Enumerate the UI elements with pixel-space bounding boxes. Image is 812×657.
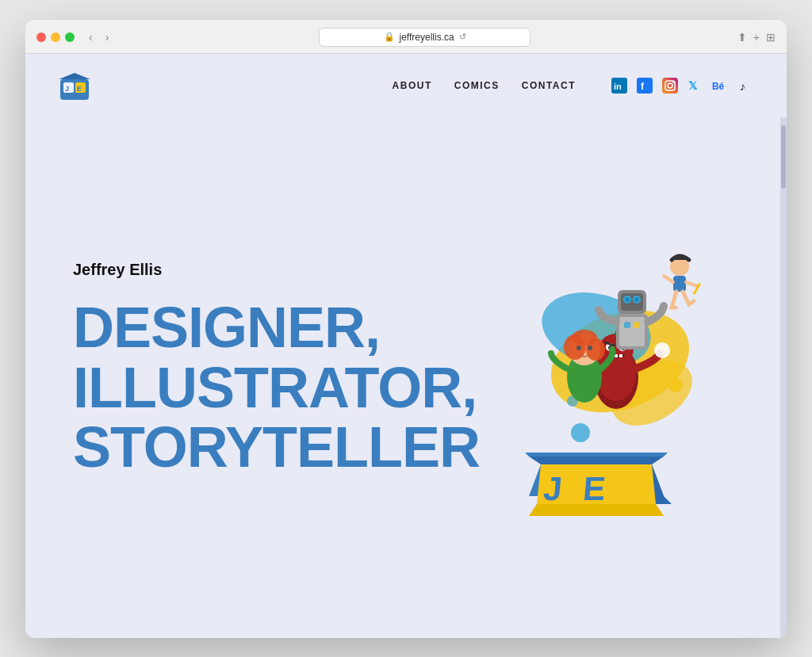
svg-point-20 — [668, 378, 683, 392]
back-button[interactable]: ‹ — [86, 29, 96, 45]
scrollbar-thumb[interactable] — [781, 125, 786, 189]
svg-text:Bé: Bé — [712, 80, 725, 91]
hero-section: Jeffrey Ellis DESIGNER, ILLUSTRATOR, STO… — [25, 117, 787, 638]
browser-chrome: ‹ › 🔒 jeffreyellis.ca ↺ ⬆ + ⊞ — [25, 20, 787, 54]
tiktok-icon[interactable]: ♪ — [737, 77, 755, 94]
website-content: J E ABOUT COMICS CONTACT in — [25, 54, 787, 638]
forward-button[interactable]: › — [102, 29, 113, 45]
svg-point-55 — [634, 297, 639, 302]
nav-links: ABOUT COMICS CONTACT in — [393, 77, 755, 94]
browser-window: ‹ › 🔒 jeffreyellis.ca ↺ ⬆ + ⊞ — [25, 20, 787, 638]
social-icons: in f — [611, 77, 755, 94]
behance-icon[interactable]: Bé — [712, 77, 730, 94]
svg-marker-29 — [525, 453, 668, 456]
svg-text:E: E — [581, 470, 607, 507]
svg-point-47 — [588, 346, 592, 350]
grid-button[interactable]: ⊞ — [766, 31, 776, 44]
svg-text:E: E — [77, 85, 82, 93]
address-bar[interactable]: 🔒 jeffreyellis.ca ↺ — [319, 28, 530, 47]
svg-text:♪: ♪ — [740, 80, 745, 93]
logo[interactable]: J E — [57, 68, 92, 103]
svg-point-40 — [654, 342, 670, 358]
site-nav: J E ABOUT COMICS CONTACT in — [25, 54, 787, 117]
minimize-button[interactable] — [51, 32, 60, 42]
hero-illustration: J E — [454, 203, 739, 536]
svg-rect-59 — [673, 276, 686, 292]
maximize-button[interactable] — [65, 32, 75, 42]
svg-rect-56 — [624, 322, 630, 328]
svg-point-45 — [572, 330, 597, 346]
nav-comics[interactable]: COMICS — [454, 80, 500, 91]
headline-line2: ILLUSTRATOR, — [73, 358, 454, 418]
nav-contact[interactable]: CONTACT — [522, 80, 576, 91]
svg-point-46 — [576, 346, 581, 350]
address-bar-actions: ⬆ + ⊞ — [737, 31, 776, 44]
svg-rect-57 — [634, 322, 640, 328]
hero-text: Jeffrey Ellis DESIGNER, ILLUSTRATOR, STO… — [73, 261, 454, 478]
scrollbar[interactable] — [780, 117, 787, 638]
close-button[interactable] — [36, 32, 46, 42]
linkedin-icon[interactable]: in — [611, 77, 628, 94]
svg-text:J: J — [65, 85, 69, 93]
url-text: jeffreyellis.ca — [400, 32, 454, 43]
svg-rect-49 — [619, 317, 645, 346]
svg-rect-9 — [662, 78, 678, 94]
browser-title-bar: ‹ › 🔒 jeffreyellis.ca ↺ ⬆ + ⊞ — [36, 28, 776, 47]
logo-icon: J E — [57, 68, 92, 103]
svg-marker-28 — [529, 456, 664, 464]
svg-rect-39 — [619, 354, 622, 357]
facebook-icon[interactable]: f — [636, 77, 653, 94]
svg-text:J: J — [542, 470, 563, 507]
hero-name: Jeffrey Ellis — [73, 261, 454, 279]
twitter-icon[interactable]: 𝕏 — [687, 77, 704, 94]
lock-icon: 🔒 — [384, 32, 395, 42]
nav-about[interactable]: ABOUT — [393, 80, 432, 91]
hero-headline: DESIGNER, ILLUSTRATOR, STORYTELLER — [73, 298, 454, 478]
svg-rect-7 — [637, 78, 653, 94]
headline-line1: DESIGNER, — [73, 298, 454, 358]
svg-point-12 — [672, 82, 674, 83]
new-tab-button[interactable]: + — [753, 31, 760, 44]
svg-text:𝕏: 𝕏 — [688, 79, 698, 92]
headline-line3: STORYTELLER — [73, 418, 454, 478]
traffic-lights — [36, 32, 75, 42]
browser-controls: ‹ › — [86, 29, 112, 45]
svg-point-19 — [571, 423, 590, 442]
refresh-icon: ↺ — [459, 32, 466, 42]
instagram-icon[interactable] — [661, 77, 679, 94]
svg-text:in: in — [614, 82, 622, 91]
svg-point-54 — [625, 297, 630, 302]
je-illustration: J E — [462, 203, 731, 536]
share-button[interactable]: ⬆ — [737, 31, 747, 44]
